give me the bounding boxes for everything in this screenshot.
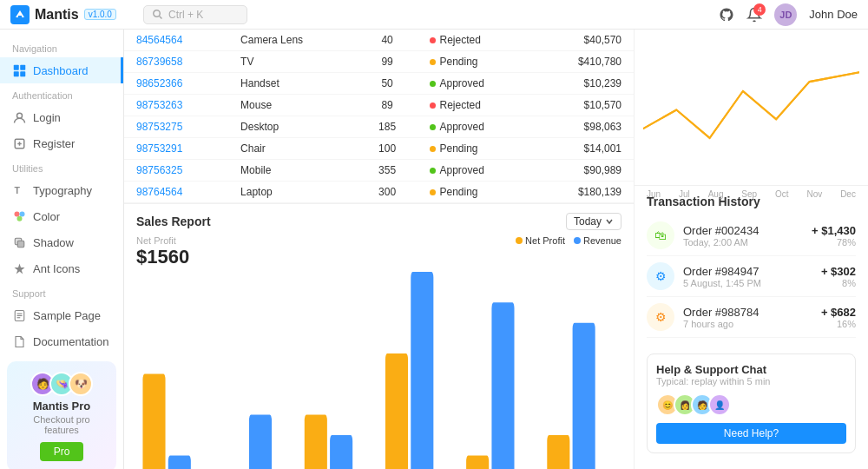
header-right: 4 JD John Doe [719,3,858,26]
sidebar-item-documentation[interactable]: Documentation [0,328,123,354]
order-id: 84564564 [124,30,228,51]
github-icon[interactable] [719,7,734,23]
sidebar-item-dashboard[interactable]: Dashboard [0,57,123,83]
ant-icons-icon [12,261,26,275]
documentation-icon [12,334,26,348]
bar-chart-container: JanFebMarAprMayJun [136,272,621,469]
svg-rect-15 [17,241,24,248]
svg-marker-16 [14,263,24,274]
order-amount: $10,570 [534,95,634,116]
transaction-amount: + $302 [821,265,856,278]
sidebar-item-shadow-label: Shadow [33,236,74,249]
transaction-history: Transaction History 🛍 Order #002434 Toda… [635,186,868,347]
chart-month-jul: Jul [679,189,690,199]
chart-month-aug: Aug [708,189,724,199]
order-name: TV [228,51,357,73]
svg-text:T: T [14,185,20,195]
table-row: 98756325 Mobile 355 Approved $90,989 [124,160,634,182]
search-bar[interactable]: Ctrl + K [143,5,247,24]
svg-rect-5 [20,71,25,76]
bar-netprofit [466,455,489,469]
order-amount: $90,989 [534,160,634,182]
sidebar-item-login[interactable]: Login [0,104,123,130]
search-placeholder: Ctrl + K [168,9,203,21]
transaction-details: Order #002434 Today, 2:00 AM [683,224,803,248]
order-name: Desktop [228,116,357,138]
svg-rect-4 [13,71,18,76]
bar-revenue [249,414,272,469]
transaction-percent: 8% [821,278,856,288]
transaction-amount-col: + $302 8% [821,265,856,288]
sidebar-item-color[interactable]: Color [0,203,123,229]
sidebar-item-typography[interactable]: T Typography [0,177,123,203]
version-badge: v1.0.0 [84,9,116,20]
sidebar-item-color-label: Color [33,210,60,223]
support-chat: Help & Support Chat Typical: replay with… [647,353,856,453]
pro-title: Mantis Pro [17,400,106,413]
support-section-label: Support [0,281,123,302]
header: Mantis v1.0.0 Ctrl + K 4 JD John Doe [0,0,868,30]
order-id: 98753275 [124,116,228,138]
bar-revenue [573,323,595,469]
svg-point-13 [16,215,22,221]
svg-line-1 [160,16,162,18]
order-amount: $10,239 [534,73,634,95]
chart-legend: Net Profit Revenue [516,235,621,246]
need-help-button[interactable]: Need Help? [656,423,846,444]
mantis-pro-card: 🧑 👒 🐶 Mantis Pro Checkout pro features P… [7,361,116,469]
status-dot [430,146,436,152]
order-id: 86739658 [124,51,228,73]
order-name: Handset [228,73,357,95]
order-status: Rejected [418,95,533,116]
sidebar-item-register[interactable]: Register [0,130,123,156]
legend-netprofit-label: Net Profit [525,235,565,246]
order-id: 98753291 [124,138,228,160]
transaction-percent: 16% [821,319,856,329]
bar-revenue [411,272,433,469]
sample-page-icon [12,308,26,322]
sidebar-item-ant-icons[interactable]: Ant Icons [0,255,123,281]
order-qty: 355 [357,160,418,182]
order-qty: 100 [357,138,418,160]
order-amount: $98,063 [534,116,634,138]
transaction-time: Today, 2:00 AM [683,237,803,248]
transaction-icon: ⚙ [647,262,674,290]
table-row: 86739658 TV 99 Pending $410,780 [124,51,634,73]
order-qty: 89 [357,95,418,116]
notification-badge: 4 [753,3,766,16]
sidebar-item-sample-page[interactable]: Sample Page [0,302,123,328]
order-status: Approved [418,160,533,182]
sidebar: Navigation Dashboard Authentication Logi… [0,30,124,469]
transaction-amount-col: + $682 16% [821,306,856,329]
bar-netprofit [385,353,408,469]
today-select[interactable]: Today [566,213,621,230]
transaction-details: Order #988784 7 hours ago [683,306,812,329]
sidebar-item-shadow[interactable]: Shadow [0,229,123,255]
notification-icon[interactable]: 4 [746,7,762,23]
status-dot [430,189,436,195]
net-profit-value: $1560 [136,246,189,268]
status-dot [430,102,436,109]
order-id: 98753263 [124,95,228,116]
transaction-order-id: Order #988784 [683,306,812,319]
status-dot [430,59,436,65]
bar-netprofit [305,414,327,469]
sales-report-header: Sales Report Today [136,213,621,230]
bar-netprofit [547,435,569,469]
order-status: Pending [418,138,533,160]
pro-button[interactable]: Pro [40,442,84,461]
typography-icon: T [12,183,26,197]
order-name: Mobile [228,160,357,182]
color-icon [12,209,26,223]
support-avatars: 😊 👩 🧑 👤 [656,393,846,416]
legend-dot-revenue [574,237,581,244]
status-dot [430,124,436,130]
logo-icon [10,5,30,24]
support-avatar-4: 👤 [708,393,731,416]
transaction-order-id: Order #002434 [683,224,803,237]
transaction-amount: + $1,430 [812,224,856,237]
pro-subtitle: Checkout pro features [17,414,106,435]
order-id: 98756325 [124,160,228,182]
logo-text: Mantis [35,7,79,23]
sidebar-item-dashboard-label: Dashboard [33,64,89,77]
